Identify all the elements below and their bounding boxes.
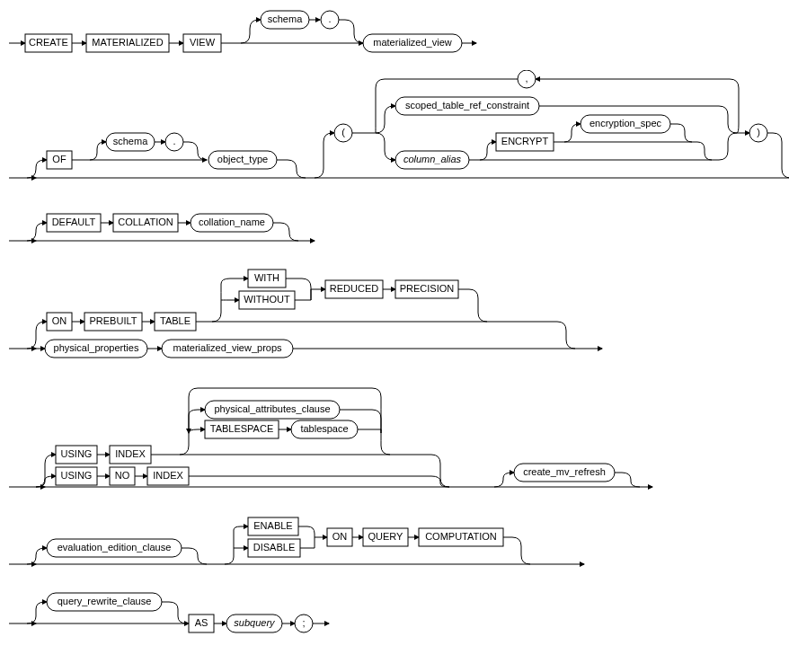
label-subquery: subquery bbox=[234, 617, 276, 628]
row-prebuilt: ON PREBUILT TABLE WITHOUT WITH REDUCED P… bbox=[9, 268, 789, 367]
label-encryption-spec: encryption_spec bbox=[590, 118, 662, 128]
label-rparen: ) bbox=[757, 127, 760, 137]
label-index-1: INDEX bbox=[115, 448, 146, 459]
label-computation: COMPUTATION bbox=[425, 531, 497, 542]
label-table: TABLE bbox=[160, 315, 191, 326]
label-object-type: object_type bbox=[217, 154, 268, 164]
label-query-rewrite: query_rewrite_clause bbox=[58, 596, 152, 606]
label-prebuilt: PREBUILT bbox=[90, 315, 137, 326]
label-collation: COLLATION bbox=[118, 217, 173, 227]
label-enable: ENABLE bbox=[253, 520, 292, 531]
label-on-2: ON bbox=[332, 531, 348, 542]
label-default: DEFAULT bbox=[52, 217, 96, 227]
row-using-index: USING INDEX physical_attributes_clause T… bbox=[9, 383, 789, 500]
label-encrypt: ENCRYPT bbox=[501, 136, 549, 146]
label-materialized-view: materialized_view bbox=[373, 37, 451, 48]
label-with: WITH bbox=[254, 272, 279, 283]
label-semicolon: ; bbox=[302, 617, 305, 628]
label-materialized: MATERIALIZED bbox=[92, 37, 163, 48]
row-as-subquery: query_rewrite_clause AS subquery ; bbox=[9, 591, 789, 636]
label-create-mv-refresh: create_mv_refresh bbox=[523, 466, 606, 477]
label-create: CREATE bbox=[29, 37, 68, 48]
label-reduced: REDUCED bbox=[330, 283, 378, 294]
label-schema-2: schema bbox=[113, 136, 148, 146]
label-precision: PRECISION bbox=[400, 283, 455, 294]
label-on: ON bbox=[52, 315, 67, 326]
label-phys-attr: physical_attributes_clause bbox=[214, 403, 330, 414]
label-disable: DISABLE bbox=[253, 542, 295, 553]
label-column-alias: column_alias bbox=[403, 154, 462, 164]
label-lparen: ( bbox=[341, 127, 345, 137]
label-of: OF bbox=[52, 154, 66, 164]
label-using-2: USING bbox=[61, 470, 93, 481]
label-dot-2: . bbox=[173, 136, 175, 146]
label-scoped-ref: scoped_table_ref_constraint bbox=[405, 100, 529, 111]
label-dot: . bbox=[328, 13, 331, 24]
label-tablespace-name: tablespace bbox=[300, 423, 348, 434]
row-create: CREATE MATERIALIZED VIEW schema . materi… bbox=[9, 9, 789, 54]
row-of-columns: OF schema . object_type ( scoped_table_r… bbox=[9, 70, 789, 196]
label-view: VIEW bbox=[190, 37, 216, 48]
label-collation-name: collation_name bbox=[199, 217, 265, 227]
label-query: QUERY bbox=[368, 531, 404, 542]
label-comma: , bbox=[525, 73, 527, 84]
label-mv-props: materialized_view_props bbox=[173, 342, 282, 353]
label-schema: schema bbox=[268, 13, 303, 24]
row-default-collation: DEFAULT COLLATION collation_name bbox=[9, 212, 789, 252]
label-index-2: INDEX bbox=[153, 470, 183, 481]
row-eval-enable: evaluation_edition_clause ENABLE DISABLE… bbox=[9, 516, 789, 575]
label-as: AS bbox=[195, 617, 208, 628]
label-without: WITHOUT bbox=[244, 294, 290, 305]
label-no: NO bbox=[115, 470, 130, 481]
label-tablespace: TABLESPACE bbox=[210, 423, 274, 434]
label-using-1: USING bbox=[61, 448, 93, 459]
label-physical-properties: physical_properties bbox=[54, 342, 139, 353]
label-eval-edition: evaluation_edition_clause bbox=[58, 542, 172, 553]
